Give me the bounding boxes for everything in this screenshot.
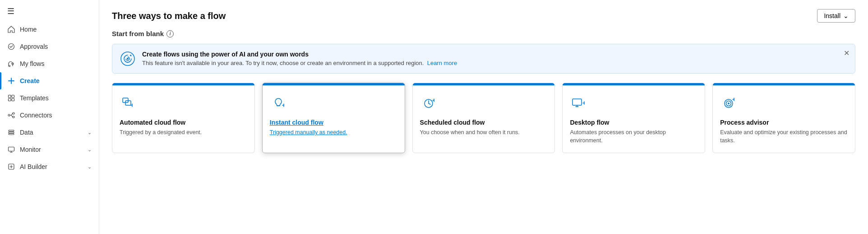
ai-banner-content: Create flows using the power of AI and y… — [142, 51, 457, 66]
automated-cloud-flow-desc: Triggered by a designated event. — [120, 129, 247, 137]
start-from-blank-label: Start from blank — [112, 30, 164, 37]
ai-banner: Create flows using the power of AI and y… — [112, 44, 855, 74]
main-content: Three ways to make a flow Install ⌄ Star… — [99, 0, 868, 234]
home-icon — [7, 25, 15, 33]
hamburger-menu[interactable]: ☰ — [0, 2, 99, 21]
install-button[interactable]: Install ⌄ — [817, 9, 855, 23]
sidebar-item-templates-label: Templates — [20, 94, 92, 102]
svg-point-9 — [8, 114, 10, 116]
svg-rect-5 — [9, 95, 11, 98]
process-advisor-title: Process advisor — [720, 119, 848, 126]
create-icon — [7, 77, 15, 85]
instant-cloud-flow-card[interactable]: Instant cloud flow Triggered manually as… — [262, 83, 405, 153]
sidebar-item-home[interactable]: Home — [0, 21, 99, 38]
sidebar-item-connectors[interactable]: Connectors — [0, 107, 99, 124]
sidebar-item-home-label: Home — [20, 26, 92, 33]
sidebar-item-my-flows-label: My flows — [20, 60, 92, 67]
desktop-flow-icon — [570, 94, 697, 112]
ai-banner-learn-more-link[interactable]: Learn more — [427, 60, 457, 66]
sidebar-item-templates[interactable]: Templates — [0, 89, 99, 107]
flow-cards-container: Automated cloud flow Triggered by a desi… — [112, 83, 855, 153]
data-chevron-icon: ⌄ — [88, 130, 92, 136]
monitor-chevron-icon: ⌄ — [88, 147, 92, 153]
install-chevron-icon: ⌄ — [843, 12, 849, 19]
info-icon[interactable]: i — [166, 30, 174, 37]
sidebar-item-ai-builder[interactable]: AI Builder ⌄ — [0, 158, 99, 175]
scheduled-cloud-flow-card[interactable]: Scheduled cloud flow You choose when and… — [412, 83, 555, 153]
scheduled-cloud-flow-title: Scheduled cloud flow — [420, 119, 548, 126]
svg-rect-14 — [9, 134, 14, 135]
sidebar-item-ai-builder-label: AI Builder — [20, 163, 83, 170]
svg-rect-6 — [12, 95, 14, 98]
sidebar-item-monitor[interactable]: Monitor ⌄ — [0, 141, 99, 158]
sidebar-item-data[interactable]: Data ⌄ — [0, 124, 99, 141]
ai-builder-icon — [7, 163, 15, 171]
sidebar-item-my-flows[interactable]: My flows — [0, 55, 99, 72]
instant-cloud-flow-title[interactable]: Instant cloud flow — [270, 119, 397, 126]
monitor-icon — [7, 145, 15, 154]
sidebar: ☰ Home Approvals — [0, 0, 99, 234]
process-advisor-desc: Evaluate and optimize your existing proc… — [720, 129, 848, 145]
svg-rect-12 — [9, 130, 14, 131]
ai-banner-close-button[interactable]: ✕ — [844, 49, 850, 57]
instant-cloud-flow-desc: Triggered manually as needed. — [270, 129, 397, 137]
desktop-flow-title: Desktop flow — [570, 119, 697, 126]
data-icon — [7, 128, 15, 136]
scheduled-cloud-flow-desc: You choose when and how often it runs. — [420, 129, 548, 137]
desktop-flow-card[interactable]: Desktop flow Automates processes on your… — [562, 83, 705, 153]
automated-cloud-flow-title: Automated cloud flow — [120, 119, 247, 126]
svg-rect-7 — [9, 98, 11, 101]
sidebar-item-create-label: Create — [20, 77, 92, 84]
svg-rect-8 — [12, 98, 14, 101]
ai-banner-icon — [120, 51, 136, 67]
templates-icon — [7, 94, 15, 102]
svg-rect-15 — [9, 147, 14, 151]
svg-point-37 — [728, 103, 729, 104]
svg-point-20 — [127, 58, 129, 60]
svg-point-0 — [9, 44, 14, 50]
approvals-icon — [7, 42, 15, 51]
ai-builder-chevron-icon: ⌄ — [88, 164, 92, 170]
sidebar-item-approvals-label: Approvals — [20, 43, 92, 50]
scheduled-flow-icon — [420, 94, 548, 112]
process-advisor-icon — [720, 94, 848, 112]
instant-flow-icon — [270, 94, 397, 112]
svg-point-2 — [9, 66, 10, 67]
svg-rect-30 — [573, 99, 582, 105]
desktop-flow-desc: Automates processes on your desktop envi… — [570, 129, 697, 145]
sidebar-item-approvals[interactable]: Approvals — [0, 38, 99, 55]
automated-cloud-flow-card[interactable]: Automated cloud flow Triggered by a desi… — [112, 83, 255, 153]
sidebar-item-create[interactable]: Create — [0, 72, 99, 89]
process-advisor-card[interactable]: Process advisor Evaluate and optimize yo… — [712, 83, 855, 153]
sidebar-item-monitor-label: Monitor — [20, 146, 83, 153]
section-header: Start from blank i — [112, 30, 855, 37]
sidebar-item-data-label: Data — [20, 129, 83, 136]
page-title: Three ways to make a flow — [112, 11, 226, 21]
ai-banner-description: This feature isn't available in your are… — [142, 60, 457, 66]
flows-icon — [7, 60, 15, 68]
sidebar-item-connectors-label: Connectors — [20, 112, 92, 119]
svg-rect-13 — [9, 132, 14, 133]
connectors-icon — [7, 111, 15, 119]
ai-banner-title: Create flows using the power of AI and y… — [142, 51, 457, 58]
page-header: Three ways to make a flow Install ⌄ — [112, 9, 855, 23]
automated-flow-icon — [120, 94, 247, 112]
